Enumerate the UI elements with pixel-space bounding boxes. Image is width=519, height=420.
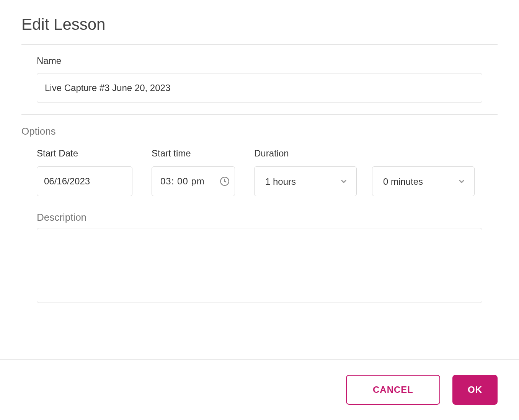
start-time-input[interactable] — [152, 166, 235, 196]
duration-hours-select[interactable]: 1 hours — [254, 166, 357, 196]
start-date-group: Start Date — [37, 148, 132, 196]
start-time-label: Start time — [152, 148, 235, 159]
duration-label: Duration — [254, 148, 475, 159]
cancel-button[interactable]: CANCEL — [346, 375, 440, 405]
description-label: Description — [37, 212, 482, 223]
duration-minutes-select[interactable]: 0 minutes — [372, 166, 475, 196]
dialog-title: Edit Lesson — [21, 15, 498, 34]
name-section: Name — [21, 45, 498, 114]
options-label: Options — [21, 125, 498, 137]
duration-group: Duration 1 hours 0 minutes — [254, 148, 475, 196]
name-input[interactable] — [37, 73, 482, 103]
start-time-group: Start time — [152, 148, 235, 196]
name-label: Name — [37, 55, 482, 66]
description-textarea[interactable] — [37, 228, 482, 303]
dialog-footer: CANCEL OK — [0, 359, 519, 420]
start-date-label: Start Date — [37, 148, 132, 159]
start-date-input[interactable] — [37, 166, 132, 196]
ok-button[interactable]: OK — [452, 375, 498, 405]
edit-lesson-dialog: Edit Lesson Name Options Start Date Star… — [0, 0, 519, 316]
options-section: Options Start Date Start time Duration — [21, 115, 498, 316]
